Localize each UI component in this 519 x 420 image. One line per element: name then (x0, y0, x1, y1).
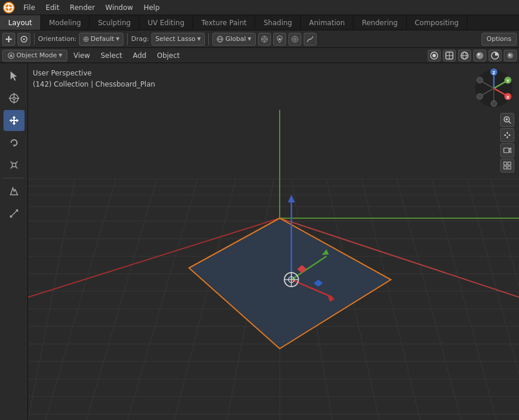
object-mode-dropdown[interactable]: Object Mode ▼ (2, 50, 67, 61)
svg-rect-147 (508, 166, 511, 169)
scale-tool-btn[interactable] (4, 154, 25, 175)
overlay-icon (429, 51, 439, 60)
main-area: User Perspective (142) Collection | Ches… (0, 63, 519, 420)
transform-move-btn[interactable] (2, 33, 15, 46)
left-toolbar (0, 63, 28, 420)
svg-rect-58 (12, 163, 16, 167)
svg-point-112 (284, 273, 298, 287)
toolbar-strip: Orientation: Default ▼ Drag: Select Lass… (0, 30, 519, 48)
transform-space-arrow-icon: ▼ (248, 36, 251, 42)
camera-view-btn[interactable] (500, 143, 514, 157)
graph-btn[interactable] (304, 33, 317, 46)
measure-tool-btn[interactable] (4, 203, 25, 224)
pivot-point-btn[interactable] (258, 33, 271, 46)
snapping-btn[interactable] (273, 33, 286, 46)
move-tool-btn[interactable] (4, 110, 25, 131)
svg-point-39 (477, 53, 480, 56)
pan-icon (503, 131, 511, 139)
menu-file[interactable]: File (19, 2, 40, 13)
menu-edit[interactable]: Edit (41, 2, 64, 13)
scene-svg (28, 63, 519, 420)
svg-line-86 (28, 179, 75, 420)
menu-help[interactable]: Help (139, 2, 164, 13)
solid-btn[interactable] (473, 50, 486, 61)
perspective-label: User Perspective (33, 68, 155, 79)
svg-marker-109 (327, 294, 335, 302)
tab-uv-editing[interactable]: UV Editing (139, 15, 193, 30)
right-mini-toolbar (500, 113, 514, 173)
proportional-editing-btn[interactable] (288, 33, 301, 46)
select-cursor-btn[interactable] (4, 66, 25, 87)
transform-space-dropdown[interactable]: Global ▼ (212, 33, 255, 46)
toolbar-sep-3 (208, 33, 209, 45)
move-arrows-icon (5, 35, 13, 43)
svg-line-93 (291, 179, 332, 420)
orientation-label: Orientation: (38, 35, 77, 43)
header-view[interactable]: View (68, 50, 94, 61)
menu-window[interactable]: Window (101, 2, 138, 13)
tab-sculpting[interactable]: Sculpting (90, 15, 139, 30)
header-select[interactable]: Select (96, 50, 127, 61)
global-icon (216, 36, 224, 43)
svg-line-97 (432, 179, 496, 420)
svg-line-96 (397, 179, 461, 420)
render-shading-icon (506, 51, 515, 60)
top-menu-bar: File Edit Render Window Help (0, 0, 519, 15)
tab-shading[interactable]: Shading (255, 15, 301, 30)
zoom-in-icon (503, 116, 511, 124)
tab-modeling[interactable]: Modeling (41, 15, 90, 30)
render-btn[interactable] (504, 50, 517, 61)
cursor-tool-btn[interactable] (4, 88, 25, 109)
material-shading-icon (490, 51, 500, 60)
workspace-tabs: Layout Modeling Sculpting UV Editing Tex… (0, 15, 519, 30)
overlay-btn[interactable] (428, 50, 441, 61)
header-right-controls (428, 50, 517, 61)
orientation-dropdown[interactable]: Default ▼ (79, 33, 123, 46)
camera-icon (503, 146, 511, 154)
svg-point-38 (476, 52, 483, 59)
drag-dropdown[interactable]: Select Lasso ▼ (152, 33, 205, 46)
material-btn[interactable] (489, 50, 501, 61)
pan-btn[interactable] (500, 128, 514, 142)
wireframe-icon (460, 51, 469, 60)
svg-marker-8 (11, 38, 12, 40)
svg-text:Y: Y (506, 79, 510, 84)
svg-line-91 (227, 179, 274, 420)
pivot-icon (260, 35, 269, 43)
annotate-tool-btn[interactable] (4, 181, 25, 202)
gizmo-toggle-icon (445, 51, 454, 60)
svg-line-99 (490, 179, 519, 420)
transform-rotate-btn[interactable] (18, 33, 30, 46)
rotate-icon (8, 137, 20, 149)
options-btn[interactable]: Options (482, 33, 517, 46)
menu-render[interactable]: Render (65, 2, 99, 13)
svg-line-95 (362, 179, 420, 420)
wireframe-btn[interactable] (458, 50, 471, 61)
gizmo-svg: Z Y X (473, 68, 514, 109)
rotate-tool-btn[interactable] (4, 132, 25, 153)
svg-line-90 (174, 179, 236, 420)
orientation-value: Default (91, 35, 114, 43)
blender-logo-icon (2, 1, 15, 14)
header-bar: Object Mode ▼ View Select Add Object (0, 48, 519, 63)
tab-animation[interactable]: Animation (301, 15, 353, 30)
svg-marker-52 (12, 123, 16, 125)
quad-view-btn[interactable] (500, 159, 514, 173)
svg-marker-44 (11, 71, 17, 81)
tab-texture-paint[interactable]: Texture Paint (193, 15, 255, 30)
svg-marker-140 (504, 135, 506, 136)
zoom-in-btn[interactable] (500, 113, 514, 127)
tab-compositing[interactable]: Compositing (407, 15, 468, 30)
svg-line-88 (87, 179, 157, 420)
svg-marker-111 (322, 249, 329, 255)
header-add[interactable]: Add (128, 50, 151, 61)
viewport-3d[interactable]: User Perspective (142) Collection | Ches… (28, 63, 519, 420)
viewport-info: User Perspective (142) Collection | Ches… (33, 68, 155, 90)
tab-layout[interactable]: Layout (0, 15, 41, 30)
tab-rendering[interactable]: Rendering (353, 15, 406, 30)
svg-marker-53 (9, 119, 12, 122)
header-object[interactable]: Object (152, 50, 184, 61)
gizmo-btn[interactable] (443, 50, 456, 61)
navigation-gizmo[interactable]: Z Y X (473, 68, 514, 109)
svg-point-27 (294, 38, 296, 40)
